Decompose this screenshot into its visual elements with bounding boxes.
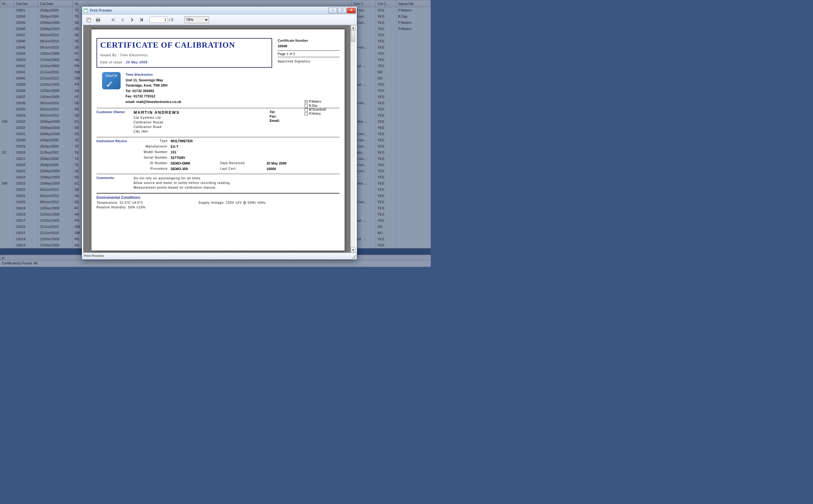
svg-rect-3	[88, 19, 91, 22]
easycal-logo: EasyCal ✓	[102, 72, 121, 89]
preview-area: CERTIFICATE OF CALIBRATION Issued By : T…	[83, 25, 356, 253]
status-text: Certificate(s) Found: 49	[2, 261, 37, 265]
customer-name: MARTIN ANDREWS	[134, 110, 340, 115]
certno-label: Certificate Number	[278, 39, 340, 42]
scroll-down-icon[interactable]: ▼	[351, 247, 356, 253]
window-status-bar: Print Preview	[82, 253, 357, 259]
page-number-input[interactable]	[149, 17, 168, 23]
signatory-row: xP.Waters	[305, 100, 326, 103]
signatory-row: B.Day	[305, 104, 326, 107]
logo-text: EasyCal	[105, 74, 117, 77]
preview-toolbar: / 2 78%	[82, 15, 357, 25]
customer-label: Customer /Owner	[96, 110, 134, 134]
device-proc: DEMO-358	[171, 167, 220, 171]
company-name: Time Electronics	[126, 72, 181, 78]
last-page-button[interactable]	[138, 16, 145, 23]
print-preview-window: Print Preview — ☐ ✕ / 2	[82, 6, 357, 260]
checkbox-icon	[305, 104, 308, 107]
vscrollbar[interactable]: ▲ ▼	[350, 25, 356, 253]
svg-rect-0	[84, 9, 88, 12]
date-received: 20 May 2009	[267, 161, 340, 165]
window-status-text: Print Preview	[84, 254, 104, 258]
col-header[interactable]: Cert No	[14, 0, 38, 7]
print-button[interactable]	[94, 16, 102, 23]
col-header[interactable]: Cal C...	[375, 0, 396, 7]
window-icon	[83, 8, 88, 13]
last-cert: 10000	[267, 167, 340, 171]
svg-rect-6	[97, 21, 99, 22]
certno: 10049	[278, 44, 340, 48]
device-serial: 52775/8V	[171, 156, 220, 160]
doi-label: Date of Issue :	[100, 61, 125, 64]
env-temp: Temperature: 22.0°C ±4.0°C	[96, 201, 199, 204]
env-supply: Supply Voltage: 230V ±2V @ 50Hz ±5Hz	[199, 201, 266, 204]
cust-email-label: Email:	[270, 119, 280, 122]
svg-rect-1	[84, 9, 87, 10]
env-rh: Relative Humidity: 50% ±10%	[96, 206, 199, 209]
maximize-button[interactable]: ☐	[338, 8, 346, 13]
svg-rect-5	[97, 18, 99, 19]
scroll-left-icon[interactable]: ◄	[0, 255, 5, 260]
certificate-page: CERTIFICATE OF CALIBRATION Issued By : T…	[91, 28, 345, 251]
zoom-select[interactable]: 78%	[184, 16, 209, 23]
minimize-button[interactable]: —	[328, 8, 337, 13]
close-button[interactable]: ✕	[347, 8, 356, 13]
cert-title: CERTIFICATE OF CALIBRATION	[100, 41, 268, 50]
status-bar: Certificate(s) Found: 49	[0, 260, 431, 267]
page-indicator: Page 1 of 2	[278, 52, 340, 56]
cust-tel-label: Tel:	[270, 110, 276, 114]
export-button[interactable]	[85, 16, 92, 23]
company-fax: Fax: 01732 770312	[126, 94, 155, 98]
device-id: DEMO-DMM	[171, 161, 220, 165]
device-type: MULTIMETER	[171, 139, 220, 143]
titlebar[interactable]: Print Preview — ☐ ✕	[82, 6, 357, 15]
company-addr1: Unit 11, Sovereign Way	[126, 78, 163, 82]
doi: 20 May 2009	[126, 61, 147, 64]
col-header[interactable]: Signed By	[396, 0, 430, 7]
cert-title-box: CERTIFICATE OF CALIBRATION Issued By : T…	[96, 38, 272, 68]
company-email: email: mail@timeelectronics.co.uk	[126, 100, 181, 104]
next-page-button[interactable]	[128, 16, 136, 23]
customer-address: Cal Systems LtdCalibration HouseCalibrat…	[134, 115, 340, 134]
company-info: Time Electronics Unit 11, Sovereign Way …	[126, 72, 181, 105]
cust-fax-label: Fax:	[270, 114, 277, 118]
issued-by-label: Issued By :	[100, 53, 119, 57]
first-page-button[interactable]	[110, 16, 117, 23]
device-mfr: EX-T	[171, 145, 220, 148]
approved-sig-label: Approved Signatory	[278, 60, 340, 63]
issued-by: Time Electronics	[120, 53, 148, 57]
company-addr2: Tonbridge, Kent. TN9 1RH	[126, 83, 167, 87]
device-label: Instrument /Device	[96, 139, 134, 171]
scroll-thumb[interactable]	[351, 31, 355, 42]
window-title: Print Preview	[90, 8, 328, 13]
check-icon: ✓	[106, 79, 113, 90]
resize-grip-icon[interactable]	[352, 254, 356, 259]
checkbox-icon: x	[305, 100, 308, 103]
comments-label: Comments	[96, 176, 134, 190]
cert-number-box: Certificate Number 10049 Page 1 of 2 App…	[278, 38, 340, 68]
company-tel: Tel: 01732 355993	[126, 89, 154, 93]
page-total: / 2	[169, 18, 173, 22]
customer-contact: Tel: Fax: Email:	[270, 110, 280, 123]
scroll-up-icon[interactable]: ▲	[351, 25, 356, 30]
col-header[interactable]: Pr...	[0, 0, 14, 7]
comments-text: Do not rely on autorangeing for all test…	[134, 176, 340, 190]
prev-page-button[interactable]	[119, 16, 126, 23]
col-header[interactable]: Cal Date	[38, 0, 72, 7]
env-title: Enviromental Conditions	[96, 195, 340, 200]
device-model: 151	[171, 150, 220, 154]
